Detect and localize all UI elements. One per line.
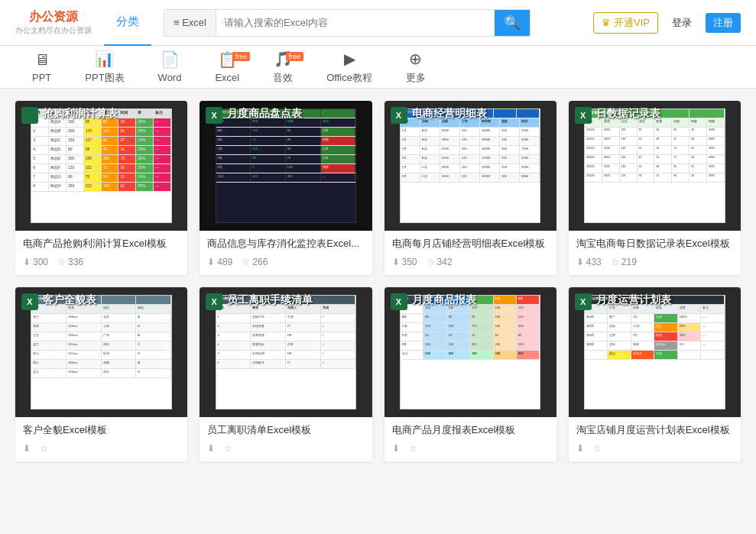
nav-category[interactable]: 分类 (104, 0, 151, 46)
download-stat-4: ⬇ 433 (576, 257, 602, 267)
nav-label-word: Word (158, 72, 182, 83)
download-stat-2: ⬇ 489 (207, 257, 232, 267)
card-footer-1: 电商产品抢购利润计算Excel模板 ⬇ 300 ☆ 336 (15, 231, 187, 275)
fav-count-3: 342 (437, 257, 453, 267)
card-thumb-3: X 电商经营明细表 月度经营明细 日期店铺流量订单销售额退款利润 1月A店200… (384, 101, 556, 231)
card-thumb-5: X 客户全貌表 客户全貌表 客户联系地区级别 张三138xxx北京A 李四139… (15, 287, 187, 417)
card-title-2: 商品信息与库存消化监控表Excel... (207, 237, 364, 251)
logo-sub: 办公文档尽在办公资源 (15, 25, 92, 36)
excel-badge-2: X (206, 107, 222, 124)
card-2[interactable]: X 月度商品盘点表 电商库存监控表 品类库存销量状态 A类12085正常 B类1… (200, 101, 372, 275)
search-button[interactable]: 🔍 (495, 9, 530, 37)
star-icon-2: ☆ (242, 257, 250, 267)
card-thumb-8: X 月度运营计划表 月度运营计划表 周次计划目标状态进度备注 第1周推广1万完成… (569, 287, 741, 417)
fav-stat-5: ☆ (40, 443, 48, 454)
card-stats-2: ⬇ 489 ☆ 266 (207, 257, 364, 267)
card-6[interactable]: X 员工离职手续清单 员工离职手续清单 序号事项负责人完成 1交接工作主管□ 2… (200, 287, 372, 461)
excel-badge-5: X (21, 293, 38, 310)
nav-bar: 🖥 PPT 📊 PPT图表 📄 Word free 📋 Excel free 🎵… (0, 46, 756, 89)
card-thumb-2: X 月度商品盘点表 电商库存监控表 品类库存销量状态 A类12085正常 B类1… (200, 101, 372, 231)
card-stats-5: ⬇ ☆ (23, 443, 180, 454)
search-input[interactable] (216, 10, 495, 36)
star-icon-6: ☆ (224, 443, 232, 454)
excel-badge-4: X (575, 107, 592, 124)
more-icon: ⊕ (409, 50, 422, 68)
star-icon-7: ☆ (409, 443, 417, 454)
logo-area: 办公资源 办公文档尽在办公资源 (15, 9, 92, 36)
vip-label: 开通VIP (614, 16, 650, 30)
download-icon-4: ⬇ (576, 257, 584, 267)
nav-item-word[interactable]: 📄 Word (141, 46, 199, 89)
card-preview-8: 月度运营计划表 周次计划目标状态进度备注 第1周推广1万完成100%— 第2周活… (584, 295, 725, 409)
excel-badge-7: X (391, 293, 407, 310)
card-stats-6: ⬇ ☆ (207, 443, 364, 454)
download-icon-5: ⬇ (23, 443, 31, 454)
card-3[interactable]: X 电商经营明细表 月度经营明细 日期店铺流量订单销售额退款利润 1月A店200… (384, 101, 556, 275)
card-title-3: 电商每月店铺经营明细表Excel模板 (392, 237, 549, 251)
fav-stat-1: ☆ 336 (57, 257, 83, 267)
card-7[interactable]: X 月度商品报表 品类1月2月3月4月5月 A类100120130140150 … (384, 287, 556, 461)
fav-count-1: 336 (68, 257, 83, 267)
card-4[interactable]: X 日数据记录表 淘宝每日数据记录表 日期展现点击成交收藏加购销量销额 2024… (569, 101, 741, 275)
star-icon-8: ☆ (593, 443, 602, 454)
star-icon-5: ☆ (40, 443, 48, 454)
excel-badge-1: X (21, 107, 38, 124)
download-stat-8: ⬇ (576, 443, 584, 454)
card-title-6: 员工离职清单Excel模板 (207, 423, 364, 437)
nav-label-more: 更多 (406, 71, 426, 85)
logo-title[interactable]: 办公资源 (29, 9, 78, 25)
download-icon-7: ⬇ (392, 443, 400, 454)
nav-label-ppt-chart: PPT图表 (85, 71, 124, 85)
card-footer-3: 电商每月店铺经营明细表Excel模板 ⬇ 350 ☆ 342 (384, 231, 556, 275)
sound-free-badge: free (286, 52, 304, 61)
card-title-overlay-6: 员工离职手续清单 (227, 293, 313, 307)
fav-stat-2: ☆ 266 (242, 257, 268, 267)
nav-item-ppt-chart[interactable]: 📊 PPT图表 (68, 46, 141, 89)
card-footer-6: 员工离职清单Excel模板 ⬇ ☆ (200, 417, 372, 461)
card-stats-4: ⬇ 433 ☆ 219 (576, 257, 733, 267)
star-icon-1: ☆ (57, 257, 66, 267)
login-button[interactable]: 登录 (666, 13, 698, 33)
card-stats-8: ⬇ ☆ (576, 443, 733, 454)
card-thumb-1: X 抢购利润计算表 序号 商品名 原价 折扣 成本 利润 率 备注 (15, 101, 187, 231)
card-preview-7: 品类1月2月3月4月5月 A类100120130140150 B类8090951… (400, 295, 541, 409)
card-preview-4: 淘宝每日数据记录表 日期展现点击成交收藏加购销量销额 2024/15000200… (584, 108, 725, 223)
card-title-overlay-2: 月度商品盘点表 (227, 107, 302, 121)
nav-item-more[interactable]: ⊕ 更多 (389, 46, 443, 89)
nav-item-sound[interactable]: free 🎵 音效 (256, 46, 310, 89)
card-preview-5: 客户全貌表 客户联系地区级别 张三138xxx北京A 李四139xxx上海B 王… (31, 295, 172, 409)
download-stat-7: ⬇ (392, 443, 400, 454)
excel-free-badge: free (232, 52, 251, 61)
nav-item-excel[interactable]: free 📋 Excel (198, 46, 256, 89)
download-icon-1: ⬇ (23, 257, 31, 267)
card-title-overlay-5: 客户全貌表 (43, 293, 96, 307)
star-icon-4: ☆ (611, 257, 619, 267)
download-stat-6: ⬇ (207, 443, 215, 454)
fav-stat-4: ☆ 219 (611, 257, 637, 267)
card-5[interactable]: X 客户全貌表 客户全貌表 客户联系地区级别 张三138xxx北京A 李四139… (15, 287, 187, 461)
nav-item-office[interactable]: ▶ Office教程 (310, 46, 389, 89)
download-icon-3: ⬇ (392, 257, 400, 267)
nav-item-ppt[interactable]: 🖥 PPT (15, 46, 68, 89)
header: 办公资源 办公文档尽在办公资源 分类 ≡ Excel 🔍 ♛ 开通VIP 登录 … (0, 0, 756, 46)
star-icon-3: ☆ (427, 257, 435, 267)
download-count-2: 489 (217, 257, 232, 267)
card-title-overlay-4: 日数据记录表 (596, 107, 660, 121)
card-footer-8: 淘宝店铺月度运营计划表Excel模板 ⬇ ☆ (569, 417, 741, 461)
download-icon-6: ⬇ (207, 443, 215, 454)
card-thumb-6: X 员工离职手续清单 员工离职手续清单 序号事项负责人完成 1交接工作主管□ 2… (200, 287, 372, 417)
card-title-1: 电商产品抢购利润计算Excel模板 (23, 237, 180, 251)
download-stat-1: ⬇ 300 (23, 257, 48, 267)
search-type[interactable]: ≡ Excel (164, 10, 216, 36)
nav-label-ppt: PPT (32, 72, 51, 83)
fav-stat-3: ☆ 342 (427, 257, 453, 267)
card-1[interactable]: X 抢购利润计算表 序号 商品名 原价 折扣 成本 利润 率 备注 (15, 101, 187, 275)
card-8[interactable]: X 月度运营计划表 月度运营计划表 周次计划目标状态进度备注 第1周推广1万完成… (569, 287, 741, 461)
vip-button[interactable]: ♛ 开通VIP (593, 12, 658, 34)
ppt-icon: 🖥 (34, 51, 50, 69)
fav-stat-8: ☆ (593, 443, 602, 454)
register-button[interactable]: 注册 (706, 13, 741, 33)
card-preview-3: 月度经营明细 日期店铺流量订单销售额退款利润 1月A店2000150150002… (400, 108, 541, 223)
card-grid: X 抢购利润计算表 序号 商品名 原价 折扣 成本 利润 率 备注 (15, 101, 741, 461)
excel-badge-3: X (391, 107, 407, 124)
